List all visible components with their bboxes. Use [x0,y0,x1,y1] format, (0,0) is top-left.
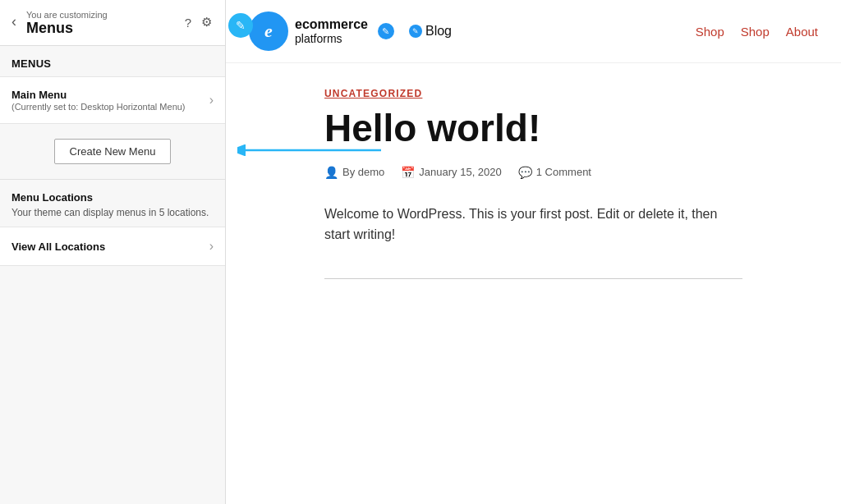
sidebar: ‹ You are customizing Menus ? ⚙ Menus Ma… [0,0,226,504]
menus-section-title: Menus [0,46,225,76]
create-new-menu-button[interactable]: Create New Menu [54,139,172,164]
logo-text-area: ecommerce platforms [295,17,368,45]
logo-letter: e [264,21,273,42]
main-menu-row[interactable]: Main Menu (Currently set to: Desktop Hor… [0,76,225,124]
edit-pencil-icon[interactable]: ✎ [228,13,253,38]
blog-label: ✎ Blog [406,24,452,39]
site-nav: Shop Shop About [696,25,818,39]
comment-icon: 💬 [518,166,532,179]
main-menu-sub: (Currently set to: Desktop Horizontal Me… [11,102,186,112]
create-new-area: Create New Menu [0,124,225,179]
help-button[interactable]: ? [183,13,193,31]
arrow-annotation [237,144,381,156]
person-icon: 👤 [324,166,338,179]
menu-locations-desc: Your theme can display menus in 5 locati… [11,207,214,218]
article-title: Hello world! [324,108,742,149]
article-divider [324,278,742,279]
main-menu-content: Main Menu (Currently set to: Desktop Hor… [11,89,186,112]
customizing-label: You are customizing [26,10,108,20]
sidebar-header: ‹ You are customizing Menus ? ⚙ [0,0,225,46]
view-all-locations-label: View All Locations [11,241,105,253]
meta-date: 📅 January 15, 2020 [401,166,501,179]
blog-edit-icon[interactable]: ✎ [409,25,422,38]
site-logo-area: e ecommerce platforms ✎ ✎ Blog [249,11,452,51]
nav-about[interactable]: About [786,25,818,39]
back-button[interactable]: ‹ [11,11,20,30]
settings-button[interactable]: ⚙ [200,13,214,31]
chevron-right-icon: › [209,93,214,108]
customizing-info: You are customizing Menus [26,10,108,37]
nav-shop-1[interactable]: Shop [696,25,724,39]
meta-comments: 💬 1 Comment [518,166,591,179]
menu-locations-title: Menu Locations [11,191,214,204]
menu-locations-section: Menu Locations Your theme can display me… [0,180,225,223]
main-content: e ecommerce platforms ✎ ✎ Blog Shop Shop… [226,0,841,504]
view-all-locations-row[interactable]: View All Locations › [0,227,225,266]
article-body: Welcome to WordPress. This is your first… [324,204,735,245]
meta-author: 👤 By demo [324,166,384,179]
site-header: e ecommerce platforms ✎ ✎ Blog Shop Shop… [226,0,841,63]
article-area: UNCATEGORIZED Hello world! 👤 By demo 📅 J… [226,63,841,312]
logo-text-sub: platforms [295,32,368,45]
site-logo: e [249,11,288,51]
sidebar-header-left: ‹ You are customizing Menus [11,10,108,37]
main-menu-name: Main Menu [11,89,186,101]
customizing-title: Menus [26,20,108,37]
calendar-icon: 📅 [401,166,415,179]
logo-edit-icon[interactable]: ✎ [378,23,394,39]
chevron-right-icon-2: › [209,239,214,254]
sidebar-header-icons: ? ⚙ [183,10,214,31]
nav-shop-2[interactable]: Shop [741,25,770,39]
article-meta: 👤 By demo 📅 January 15, 2020 💬 1 Comment [324,166,742,179]
article-category: UNCATEGORIZED [324,88,742,99]
logo-text-main: ecommerce [295,17,368,32]
